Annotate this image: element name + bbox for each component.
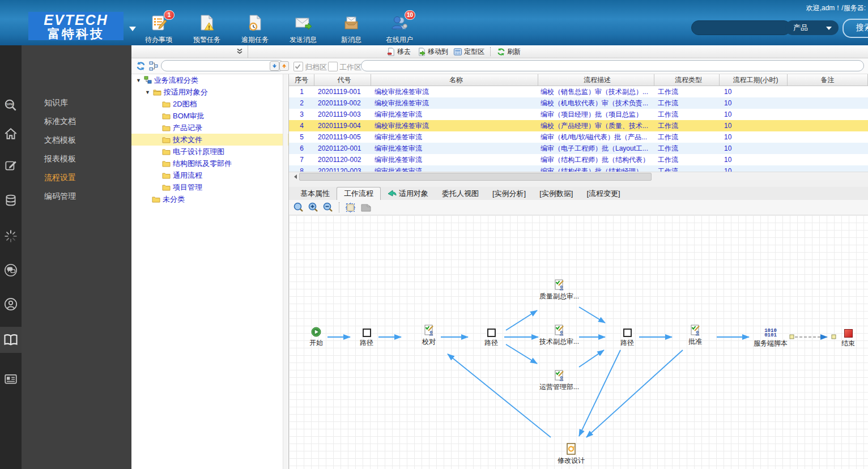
tree-item-bom[interactable]: BOM审批 (131, 110, 288, 122)
search-up-button[interactable] (279, 61, 289, 71)
tree-root[interactable]: ▼ 业务流程分类 (131, 74, 288, 86)
tree-expand-caret[interactable]: ▼ (145, 87, 151, 99)
tab-workflow[interactable]: 工作流程 (337, 187, 381, 200)
tab-process-change[interactable]: [流程变更] (580, 187, 627, 200)
process-list-panel: 序号 代号 名称 流程描述 流程类型 流程工期(小时) 备注 120201119… (289, 74, 868, 469)
archive-area-checkbox[interactable] (293, 62, 303, 71)
fit-selection-button[interactable] (345, 202, 356, 213)
table-row-selected[interactable]: 420201119-004编校审批准签审流编校（产品经理）审（质量、技术...工… (289, 120, 868, 131)
sidebar-item-profile[interactable] (0, 292, 22, 317)
sidebar-item-database[interactable] (0, 188, 22, 213)
cell-hours: 10 (720, 97, 788, 109)
company-logo[interactable]: EVTECH 富特科技 (28, 12, 124, 40)
tree-item-project-management[interactable]: 项目管理 (131, 181, 288, 193)
list-filter-input[interactable] (361, 60, 864, 71)
sidebar-item-edit[interactable] (0, 153, 22, 178)
search-category-select[interactable]: 产品 (785, 20, 839, 35)
col-type[interactable]: 流程类型 (654, 74, 720, 86)
node-operations-dept-review[interactable]: 运营管理部... (532, 370, 586, 392)
table-row[interactable]: 220201119-002编校审批准签审流编校（机电软代表）审（技术负责...工… (289, 97, 868, 109)
tree-expand-caret[interactable]: ▼ (136, 75, 142, 87)
col-code[interactable]: 代号 (314, 74, 371, 86)
sidebar-item-chat[interactable] (0, 258, 22, 283)
sidebar-item-contacts[interactable] (0, 366, 22, 391)
node-proofread[interactable]: 校对 (402, 325, 456, 347)
sidebar-item-library[interactable] (0, 327, 22, 353)
fixed-area-button[interactable]: 定型区 (452, 45, 486, 58)
node-route-1[interactable]: 路径 (339, 326, 394, 348)
tab-basic-properties[interactable]: 基本属性 (293, 187, 337, 200)
tree-item-general-process[interactable]: 通用流程 (131, 169, 288, 181)
node-route-2[interactable]: 路径 (464, 326, 518, 348)
node-route-3[interactable]: 路径 (600, 326, 654, 348)
tree-refresh-button[interactable] (136, 61, 146, 73)
node-quality-vp-review[interactable]: 质量副总审... (532, 279, 586, 301)
table-row[interactable]: 620201120-001编审批准签审流编审（电子工程师）批（Layout工..… (289, 143, 868, 154)
header-search-input[interactable] (691, 20, 791, 35)
refresh-button[interactable]: 刷新 (495, 45, 522, 58)
node-tech-vp-review[interactable]: 技术副总审... (532, 325, 586, 347)
workflow-canvas[interactable]: 开始 路径 校对 路径 (289, 215, 868, 469)
tree-scrollbar[interactable] (283, 74, 288, 469)
node-approve[interactable]: 批准 (668, 325, 722, 347)
remove-button[interactable]: 移去 (385, 45, 412, 58)
new-message-button[interactable]: 新消息 (330, 14, 373, 45)
sidebar-item-loading[interactable] (0, 224, 22, 249)
move-to-button[interactable]: 移动到 (416, 45, 450, 58)
nav-item-doc-templates[interactable]: 文档模板 (22, 131, 131, 150)
tab-instance-data[interactable]: [实例数据] (533, 187, 580, 200)
tab-delegate-view[interactable]: 委托人视图 (435, 187, 486, 200)
disabled-panel-button[interactable] (360, 203, 372, 212)
search-down-button[interactable] (270, 61, 279, 71)
search-button[interactable]: 搜索 (843, 19, 868, 38)
table-row[interactable]: 120201119-001编校审批准签审流编校（销售总监）审（技术副总）...工… (289, 86, 868, 97)
zoom-in-button[interactable] (308, 202, 318, 212)
nav-item-report-templates[interactable]: 报表模板 (22, 150, 131, 168)
table-row[interactable]: 520201119-005编审批准签审流编审（机/电/软/磁代表）批（产品...… (289, 131, 868, 143)
tree-item-2d[interactable]: 2D图档 (131, 98, 288, 110)
send-message-button[interactable]: 发送消息 (282, 14, 325, 45)
nav-item-process-settings[interactable]: 流程设置 (22, 168, 131, 187)
node-server-script[interactable]: 1010 0101 服务端脚本 (743, 326, 798, 348)
node-end[interactable]: 结束 (821, 326, 868, 348)
table-row[interactable]: 320201119-003编审批准签审流编审（项目经理）批（项目总监）工作流10 (289, 109, 868, 120)
col-hours[interactable]: 流程工期(小时) (720, 74, 788, 86)
tab-label: 工作流程 (344, 187, 373, 200)
table-row[interactable]: 720201120-002编审批准签审流编审（结构工程师）批（结构代表）工作流1… (289, 154, 868, 165)
sidebar-item-home[interactable] (0, 121, 22, 146)
table-row[interactable]: 820201120-003编审批准签审流编审（结构代表）批（结构经理）工作流10 (289, 165, 868, 172)
overdue-tasks-button[interactable]: 逾期任务 (233, 14, 276, 45)
online-users-button[interactable]: 10 在线用户 (378, 14, 421, 45)
tree-item-tech-docs-selected[interactable]: 技术文件 (131, 134, 288, 146)
col-note[interactable]: 备注 (788, 74, 868, 86)
todo-items-button[interactable]: 1 待办事项 (137, 14, 180, 45)
sidebar-item-sipm-search[interactable]: SIPM (0, 93, 22, 118)
col-seq[interactable]: 序号 (289, 74, 314, 86)
logo-dropdown-caret-icon[interactable] (129, 27, 136, 35)
toolbar-overflow-dropdown[interactable] (131, 45, 248, 58)
tree-item-structural-drawings[interactable]: 结构图纸及零部件 (131, 157, 288, 169)
scrollbar-thumb[interactable] (299, 173, 652, 181)
work-area-checkbox[interactable] (328, 62, 338, 71)
zoom-out-button[interactable] (323, 202, 333, 212)
nav-item-standard-docs[interactable]: 标准文档 (22, 112, 131, 131)
tree-group[interactable]: ▼ 按适用对象分 (131, 86, 288, 98)
warning-tasks-button[interactable]: 预警任务 (185, 14, 228, 45)
table-horizontal-scrollbar[interactable] (289, 172, 868, 180)
tab-applicable-objects[interactable]: 适用对象 (381, 187, 435, 200)
nav-item-knowledge-base[interactable]: 知识库 (22, 93, 131, 112)
tab-instance-analysis[interactable]: [实例分析] (486, 187, 533, 200)
col-desc[interactable]: 流程描述 (538, 74, 654, 86)
tree-item-product-record[interactable]: 产品记录 (131, 122, 288, 134)
tree-structure-button[interactable] (149, 61, 159, 73)
node-label: 路径 (464, 338, 518, 348)
tree-item-electronic-schematic[interactable]: 电子设计原理图 (131, 146, 288, 157)
tree-item-unclassified[interactable]: 未分类 (131, 193, 288, 205)
scroll-left-arrow[interactable] (290, 173, 297, 180)
zoom-reset-button[interactable] (293, 202, 304, 212)
node-start[interactable]: 开始 (289, 326, 343, 348)
col-name[interactable]: 名称 (371, 74, 538, 86)
nav-item-code-management[interactable]: 编码管理 (22, 187, 131, 206)
node-modify-design[interactable]: 修改设计 (544, 444, 598, 466)
tree-search-input[interactable] (161, 60, 284, 71)
